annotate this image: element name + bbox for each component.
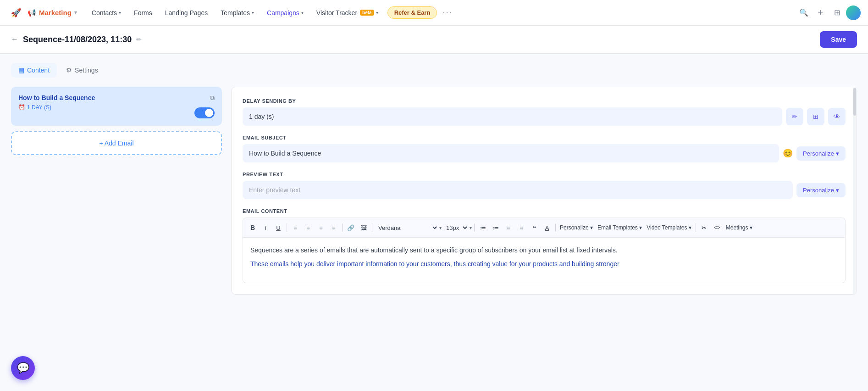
preview-personalize-chevron: ▾ — [836, 187, 839, 194]
grid-button[interactable]: ⊞ — [829, 6, 844, 20]
nav-landing-pages[interactable]: Landing Pages — [160, 6, 213, 19]
refer-earn-button[interactable]: Refer & Earn — [387, 6, 437, 19]
toolbar-sep-3 — [372, 223, 372, 232]
bold-button[interactable]: B — [247, 222, 259, 234]
search-button[interactable]: 🔍 — [796, 6, 811, 20]
align-left-button[interactable]: ≡ — [289, 222, 301, 234]
sequence-delay-label: 1 DAY (S) — [27, 104, 51, 111]
nav-visitor-tracker[interactable]: Visitor Tracker beta ▾ — [311, 6, 384, 19]
indent-dec-button[interactable]: ≡ — [503, 222, 514, 234]
brand-icon: 📢 — [28, 9, 36, 17]
delay-visibility-button[interactable]: 👁 — [828, 108, 846, 125]
ol-button[interactable]: ≔ — [490, 222, 502, 234]
editor-content[interactable]: Sequences are a series of emails that ar… — [243, 237, 846, 283]
clock-icon: ⏰ — [18, 104, 25, 111]
filter-icon: ⊞ — [813, 113, 818, 120]
preview-label: Preview Text — [243, 172, 846, 177]
copy-button[interactable]: ⧉ — [210, 94, 215, 102]
toolbar-sep-6 — [696, 223, 696, 232]
image-button[interactable]: 🖼 — [358, 222, 370, 234]
navbar: 🚀 📢 Marketing ▾ Contacts ▾ Forms Landing… — [0, 0, 868, 26]
delay-section: DELAY SENDING BY ✏ ⊞ 👁 — [243, 98, 846, 126]
nav-campaigns[interactable]: Campaigns ▾ — [261, 6, 309, 19]
size-select[interactable]: 13px 11px 14px 16px — [442, 223, 469, 233]
tab-content[interactable]: ▤ Content — [11, 63, 57, 78]
email-content-section: Email Content B I U ≡ ≡ ≡ ≡ 🔗 🖼 V — [243, 208, 846, 283]
brand-menu[interactable]: 📢 Marketing ▾ — [28, 9, 77, 17]
content-tab-icon: ▤ — [18, 67, 24, 74]
back-button[interactable]: ← — [11, 35, 18, 44]
enable-toggle[interactable] — [194, 107, 215, 118]
add-email-button[interactable]: + Add Email — [11, 131, 222, 155]
indent-inc-button[interactable]: ≡ — [515, 222, 527, 234]
search-icon: 🔍 — [799, 8, 808, 17]
subject-label: Email Subject — [243, 135, 846, 140]
meetings-dropdown-button[interactable]: Meetings ▾ — [724, 222, 754, 234]
subject-input[interactable] — [243, 144, 779, 162]
delay-edit-button[interactable]: ✏ — [786, 108, 803, 125]
editor-line-2-text: These emails help you deliver important … — [250, 260, 619, 268]
delay-filter-button[interactable]: ⊞ — [807, 108, 824, 125]
quote-button[interactable]: ❝ — [528, 222, 540, 234]
more-options-button[interactable]: ··· — [439, 5, 456, 20]
main-layout: How to Build a Sequence ⏰ 1 DAY (S) ⧉ — [11, 87, 857, 295]
sequence-card-meta: ⏰ 1 DAY (S) — [18, 104, 95, 111]
personalize-label: Personalize — [803, 150, 834, 157]
ul-button[interactable]: ≔ — [477, 222, 489, 234]
delay-input[interactable] — [243, 107, 782, 126]
delay-row: ✏ ⊞ 👁 — [243, 107, 846, 126]
preview-section: Preview Text Personalize ▾ — [243, 172, 846, 199]
toolbar-sep-4 — [474, 223, 475, 232]
campaigns-chevron: ▾ — [301, 10, 304, 15]
beta-badge: beta — [360, 10, 374, 16]
edit-title-button[interactable]: ✏ — [136, 36, 142, 43]
edit-icon: ✏ — [792, 113, 797, 120]
scrollbar-track[interactable] — [853, 87, 857, 294]
left-panel: How to Build a Sequence ⏰ 1 DAY (S) ⧉ — [11, 87, 222, 295]
editor-line-2: These emails help you deliver important … — [250, 259, 838, 269]
tab-bar: ▤ Content ⚙ Settings — [11, 63, 857, 78]
editor-toolbar: B I U ≡ ≡ ≡ ≡ 🔗 🖼 Verdana Arial Times — [243, 218, 846, 237]
emoji-button[interactable]: 😊 — [783, 148, 793, 158]
subject-personalize-button[interactable]: Personalize ▾ — [796, 146, 846, 161]
nav-contacts[interactable]: Contacts ▾ — [86, 6, 127, 19]
underline-button[interactable]: U — [272, 222, 284, 234]
align-right-button[interactable]: ≡ — [328, 222, 340, 234]
personalize-dropdown-button[interactable]: Personalize ▾ — [558, 222, 595, 234]
brand-label: Marketing — [39, 9, 72, 17]
email-templates-dropdown-button[interactable]: Email Templates ▾ — [596, 222, 644, 234]
scrollbar-thumb[interactable] — [853, 88, 856, 116]
sequence-card-left: How to Build a Sequence ⏰ 1 DAY (S) — [18, 94, 95, 111]
link-button[interactable]: 🔗 — [345, 222, 357, 234]
scissors-button[interactable]: ✂ — [698, 222, 710, 234]
align-justify-button[interactable]: ≡ — [315, 222, 327, 234]
add-button[interactable]: + — [813, 6, 828, 20]
nav-forms[interactable]: Forms — [128, 6, 158, 19]
font-select[interactable]: Verdana Arial Times New Roman — [375, 223, 438, 233]
preview-personalize-label: Personalize — [803, 187, 834, 194]
tab-settings[interactable]: ⚙ Settings — [59, 63, 105, 78]
app-logo: 🚀 — [7, 6, 22, 20]
preview-input[interactable] — [243, 181, 793, 199]
video-templates-dropdown-button[interactable]: Video Templates ▾ — [645, 222, 693, 234]
plus-icon: + — [818, 7, 823, 18]
align-center-button[interactable]: ≡ — [302, 222, 314, 234]
sequence-card: How to Build a Sequence ⏰ 1 DAY (S) ⧉ — [11, 87, 222, 126]
toolbar-sep-2 — [342, 223, 343, 232]
subject-row: 😊 Personalize ▾ — [243, 144, 846, 162]
font-chevron: ▾ — [439, 225, 442, 230]
svg-text:🚀: 🚀 — [11, 8, 22, 18]
italic-button[interactable]: I — [260, 222, 271, 234]
nav-templates[interactable]: Templates ▾ — [215, 6, 260, 19]
user-avatar[interactable] — [846, 6, 861, 20]
right-panel: DELAY SENDING BY ✏ ⊞ 👁 Email Subject — [231, 87, 857, 295]
contacts-chevron: ▾ — [119, 10, 121, 15]
editor-line-1: Sequences are a series of emails that ar… — [250, 245, 838, 255]
underline-a-button[interactable]: A — [541, 222, 553, 234]
content-area: ▤ Content ⚙ Settings How to Build a Sequ… — [0, 54, 868, 304]
preview-personalize-button[interactable]: Personalize ▾ — [796, 183, 846, 197]
brand-chevron: ▾ — [74, 10, 77, 16]
save-button[interactable]: Save — [820, 31, 857, 48]
code-button[interactable]: <> — [711, 222, 723, 234]
toolbar-sep-1 — [287, 223, 287, 232]
